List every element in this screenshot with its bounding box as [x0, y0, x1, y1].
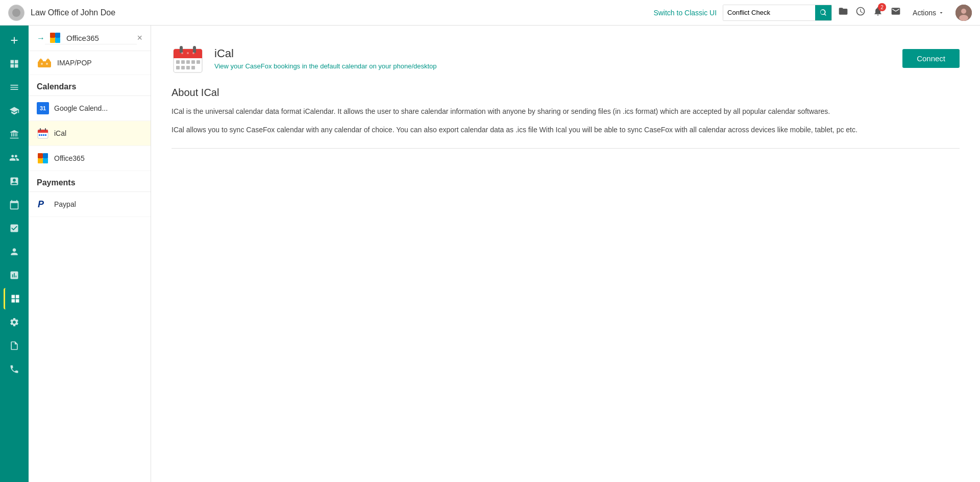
- imap-icon: [37, 57, 52, 68]
- switch-classic-link[interactable]: Switch to Classic UI: [653, 9, 717, 17]
- office365-icon: [49, 32, 61, 44]
- submenu-item-paypal[interactable]: P Paypal: [29, 192, 151, 217]
- gcal-label: Google Calend...: [54, 104, 108, 112]
- svg-rect-40: [176, 66, 180, 69]
- svg-rect-24: [45, 134, 46, 136]
- svg-rect-43: [191, 66, 195, 69]
- search-icon: [819, 9, 827, 17]
- sidebar-item-reports[interactable]: [4, 264, 25, 286]
- svg-rect-6: [55, 33, 60, 38]
- about-divider: [172, 148, 960, 149]
- svg-point-15: [46, 63, 48, 65]
- sidebar-item-integrations[interactable]: [4, 288, 25, 309]
- user-avatar[interactable]: [955, 5, 972, 21]
- submenu-close-button[interactable]: ×: [137, 33, 142, 43]
- clock-icon[interactable]: [855, 6, 866, 19]
- search-input[interactable]: [723, 5, 815, 20]
- submenu-header: → Office365 ×: [29, 26, 151, 51]
- mail-icon[interactable]: [890, 6, 901, 19]
- about-section: About ICal ICal is the universal calenda…: [172, 87, 960, 149]
- sidebar-item-ledger[interactable]: [4, 171, 25, 192]
- notification-badge: 2: [878, 3, 886, 11]
- svg-point-14: [41, 63, 43, 65]
- submenu-back-arrow[interactable]: →: [37, 34, 45, 43]
- ical-main-icon: [172, 42, 204, 75]
- svg-point-45: [187, 52, 189, 54]
- submenu-item-gcal[interactable]: 31 Google Calend...: [29, 96, 151, 121]
- svg-rect-25: [38, 153, 43, 158]
- sidebar-item-documents[interactable]: [4, 335, 25, 356]
- icon-sidebar: [0, 26, 29, 482]
- sidebar-item-person[interactable]: [4, 241, 25, 262]
- about-title: About ICal: [172, 87, 960, 99]
- office365-label: Office365: [66, 34, 99, 42]
- ical-main-subtitle: View your CaseFox bookings in the defaul…: [214, 62, 437, 70]
- ical-text-block: iCal View your CaseFox bookings in the d…: [214, 47, 437, 70]
- search-button[interactable]: [815, 5, 831, 21]
- sidebar-item-cases[interactable]: [4, 77, 25, 98]
- svg-rect-21: [39, 134, 40, 136]
- svg-rect-37: [186, 60, 190, 64]
- imap-label: IMAP/POP: [57, 59, 92, 67]
- svg-point-4: [959, 15, 968, 21]
- ical-label: iCal: [54, 129, 66, 137]
- svg-rect-39: [197, 60, 200, 64]
- svg-text:P: P: [38, 199, 44, 209]
- svg-rect-34: [193, 46, 196, 53]
- svg-rect-20: [45, 128, 46, 131]
- svg-rect-32: [174, 55, 202, 58]
- svg-rect-28: [43, 158, 48, 163]
- svg-rect-19: [40, 128, 41, 131]
- sidebar-item-tasks[interactable]: [4, 218, 25, 239]
- firm-name: Law Office of John Doe: [31, 8, 647, 17]
- sidebar-item-settings[interactable]: [4, 311, 25, 333]
- svg-rect-26: [43, 153, 48, 158]
- sidebar-item-dashboard[interactable]: [4, 53, 25, 75]
- office365-cal-label: Office365: [54, 154, 85, 162]
- notification-icon[interactable]: 2: [873, 6, 883, 19]
- svg-rect-36: [181, 60, 185, 64]
- svg-rect-41: [181, 66, 185, 69]
- office365-cal-icon: [37, 152, 49, 164]
- svg-point-1: [12, 9, 20, 17]
- svg-point-44: [181, 52, 183, 54]
- sidebar-item-education[interactable]: [4, 100, 25, 122]
- header-icons: 2 Actions: [838, 5, 972, 21]
- connect-button[interactable]: Connect: [902, 49, 960, 68]
- sidebar-item-contacts[interactable]: [4, 147, 25, 168]
- submenu-item-ical[interactable]: iCal: [29, 121, 151, 146]
- calendars-section-title: Calendars: [29, 75, 151, 96]
- header: Law Office of John Doe Switch to Classic…: [0, 0, 980, 26]
- sidebar-item-calendar[interactable]: [4, 194, 25, 215]
- payments-section-title: Payments: [29, 171, 151, 192]
- svg-rect-18: [38, 132, 48, 133]
- svg-rect-33: [180, 46, 183, 53]
- submenu-panel: → Office365 ×: [29, 26, 151, 482]
- main-content: iCal View your CaseFox bookings in the d…: [151, 26, 980, 482]
- ical-title-block: iCal View your CaseFox bookings in the d…: [172, 42, 437, 75]
- svg-rect-23: [43, 134, 44, 136]
- ical-main-title: iCal: [214, 47, 437, 60]
- ical-header: iCal View your CaseFox bookings in the d…: [172, 42, 960, 75]
- svg-rect-22: [41, 134, 42, 136]
- google-calendar-icon: 31: [37, 102, 49, 114]
- actions-dropdown[interactable]: Actions: [909, 7, 948, 19]
- submenu-item-imap[interactable]: IMAP/POP: [29, 51, 151, 75]
- svg-rect-38: [191, 60, 195, 64]
- svg-rect-42: [186, 66, 190, 69]
- sidebar-item-add[interactable]: [4, 30, 25, 51]
- sidebar-item-phone[interactable]: [4, 358, 25, 380]
- svg-rect-7: [50, 38, 55, 43]
- paypal-label: Paypal: [54, 200, 76, 208]
- submenu-top-office365[interactable]: Office365: [45, 32, 137, 44]
- svg-rect-8: [55, 38, 60, 43]
- folder-icon[interactable]: [838, 6, 848, 19]
- ical-small-icon: [37, 127, 49, 139]
- svg-point-46: [192, 52, 194, 54]
- about-paragraph-1: ICal is the universal calendar data form…: [172, 106, 960, 117]
- actions-label: Actions: [913, 9, 936, 17]
- submenu-item-office365cal[interactable]: Office365: [29, 146, 151, 171]
- sidebar-item-building[interactable]: [4, 124, 25, 145]
- svg-point-3: [961, 9, 966, 14]
- conflict-check-search: [723, 5, 832, 21]
